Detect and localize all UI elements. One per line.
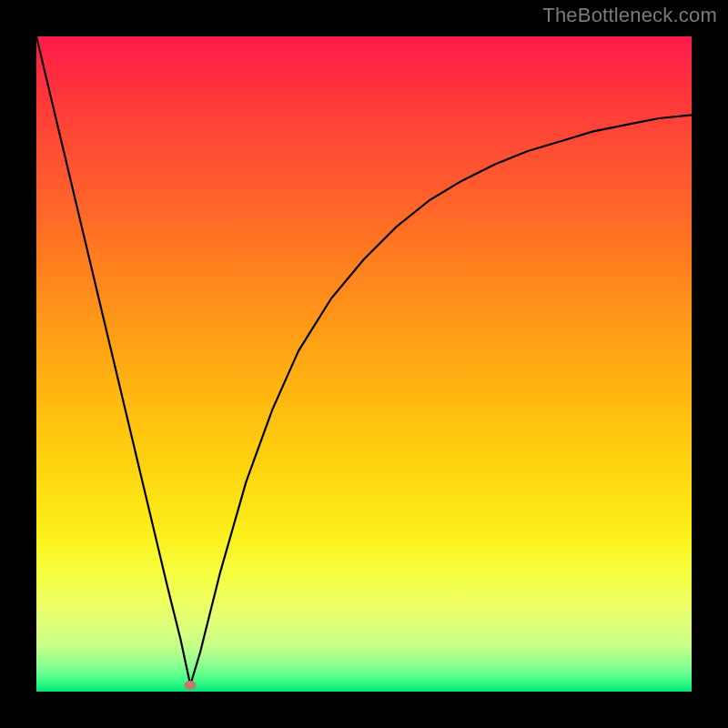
- bottleneck-curve: [36, 36, 692, 685]
- chart-frame: TheBottleneck.com: [0, 0, 728, 728]
- minimum-marker: [185, 681, 197, 690]
- curve-layer: [36, 36, 692, 692]
- watermark-text: TheBottleneck.com: [542, 4, 717, 27]
- plot-area: [36, 36, 692, 692]
